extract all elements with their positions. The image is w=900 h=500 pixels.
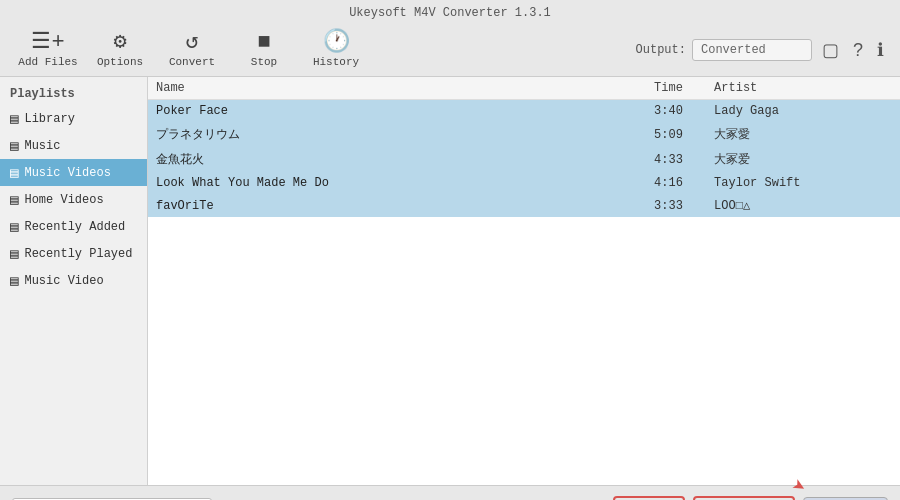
cell-time: 3:33 — [654, 199, 714, 213]
convert-label: Convert — [169, 56, 215, 68]
cell-artist: Taylor Swift — [714, 176, 892, 190]
sidebar-item-label: Music — [24, 139, 60, 153]
gear-icon: ⚙ — [113, 32, 126, 54]
table-row[interactable]: プラネタリウム 5:09 大冢愛 — [148, 122, 900, 147]
output-section: Output: ▢ ? ℹ — [636, 37, 888, 63]
cell-artist: Lady Gaga — [714, 104, 892, 118]
add-all-button[interactable]: Add All — [693, 496, 796, 500]
options-button[interactable]: ⚙ Options — [84, 28, 156, 72]
table-row[interactable]: Poker Face 3:40 Lady Gaga — [148, 100, 900, 122]
sidebar: Playlists ▤Library▤Music▤Music Videos▤Ho… — [0, 77, 148, 485]
sidebar-item-music-videos[interactable]: ▤Music Videos — [0, 159, 147, 186]
sidebar-item-label: Music Videos — [24, 166, 110, 180]
col-header-artist: Artist — [714, 81, 892, 95]
list-icon: ▤ — [10, 191, 18, 208]
main-area: Playlists ▤Library▤Music▤Music Videos▤Ho… — [0, 77, 900, 485]
list-icon: ▤ — [10, 110, 18, 127]
sidebar-section-title: Playlists — [0, 81, 147, 105]
cell-time: 4:16 — [654, 176, 714, 190]
output-label: Output: — [636, 43, 686, 57]
window-title: Ukeysoft M4V Converter 1.3.1 — [349, 6, 551, 20]
list-icon: ▤ — [10, 245, 18, 262]
sidebar-item-label: Recently Added — [24, 220, 125, 234]
cell-artist: LOO□△ — [714, 198, 892, 213]
convert-icon: ↺ — [185, 32, 198, 54]
sidebar-item-label: Music Video — [24, 274, 103, 288]
table-header: Name Time Artist — [148, 77, 900, 100]
cell-artist: 大冢爱 — [714, 151, 892, 168]
sidebar-items: ▤Library▤Music▤Music Videos▤Home Videos▤… — [0, 105, 147, 294]
sidebar-item-label: Home Videos — [24, 193, 103, 207]
sidebar-item-label: Recently Played — [24, 247, 132, 261]
bottom-bar: Add ➤ Add All Cancel — [0, 485, 900, 500]
stop-label: Stop — [251, 56, 277, 68]
cell-name: プラネタリウム — [156, 126, 654, 143]
col-header-time: Time — [654, 81, 714, 95]
sidebar-item-music-video[interactable]: ▤Music Video — [0, 267, 147, 294]
cell-time: 3:40 — [654, 104, 714, 118]
cell-name: Poker Face — [156, 104, 654, 118]
list-icon: ▤ — [10, 218, 18, 235]
table-row[interactable]: Look What You Made Me Do 4:16 Taylor Swi… — [148, 172, 900, 194]
add-files-icon: ☰+ — [31, 32, 64, 54]
table-body: Poker Face 3:40 Lady Gaga プラネタリウム 5:09 大… — [148, 100, 900, 485]
list-icon: ▤ — [10, 137, 18, 154]
sidebar-item-library[interactable]: ▤Library — [0, 105, 147, 132]
options-label: Options — [97, 56, 143, 68]
output-input[interactable] — [692, 39, 812, 61]
cell-name: Look What You Made Me Do — [156, 176, 654, 190]
stop-button[interactable]: ■ Stop — [228, 28, 300, 72]
col-header-name: Name — [156, 81, 654, 95]
sidebar-item-home-videos[interactable]: ▤Home Videos — [0, 186, 147, 213]
history-button[interactable]: 🕐 History — [300, 28, 372, 72]
convert-button[interactable]: ↺ Convert — [156, 28, 228, 72]
folder-button[interactable]: ▢ — [818, 37, 843, 63]
toolbar: ☰+ Add Files ⚙ Options ↺ Convert ■ Stop … — [0, 24, 900, 77]
info-button[interactable]: ℹ — [873, 37, 888, 63]
add-files-button[interactable]: ☰+ Add Files — [12, 28, 84, 72]
cell-name: 金魚花火 — [156, 151, 654, 168]
list-icon: ▤ — [10, 272, 18, 289]
cell-time: 5:09 — [654, 128, 714, 142]
add-button[interactable]: Add — [613, 496, 684, 500]
sidebar-item-label: Library — [24, 112, 74, 126]
sidebar-item-recently-added[interactable]: ▤Recently Added — [0, 213, 147, 240]
help-button[interactable]: ? — [849, 38, 867, 63]
sidebar-item-recently-played[interactable]: ▤Recently Played — [0, 240, 147, 267]
sidebar-item-music[interactable]: ▤Music — [0, 132, 147, 159]
history-icon: 🕐 — [323, 32, 350, 54]
add-all-container: ➤ Add All — [693, 496, 796, 500]
stop-icon: ■ — [257, 32, 270, 54]
title-bar: Ukeysoft M4V Converter 1.3.1 — [0, 0, 900, 24]
list-icon: ▤ — [10, 164, 18, 181]
add-files-label: Add Files — [18, 56, 77, 68]
table-row[interactable]: favOriTe 3:33 LOO□△ — [148, 194, 900, 217]
cell-time: 4:33 — [654, 153, 714, 167]
cell-artist: 大冢愛 — [714, 126, 892, 143]
history-label: History — [313, 56, 359, 68]
table-row[interactable]: 金魚花火 4:33 大冢爱 — [148, 147, 900, 172]
cell-name: favOriTe — [156, 199, 654, 213]
content-area: Name Time Artist Poker Face 3:40 Lady Ga… — [148, 77, 900, 485]
